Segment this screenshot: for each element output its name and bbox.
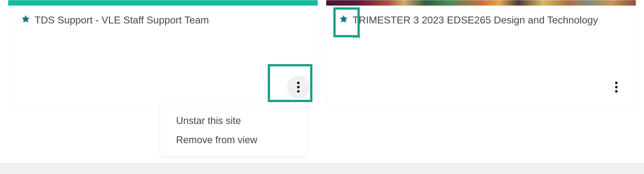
course-card[interactable]: TRIMESTER 3 2023 EDSE265 Design and Tech… bbox=[326, 0, 636, 105]
svg-point-1 bbox=[297, 86, 300, 88]
more-button[interactable] bbox=[605, 76, 628, 98]
star-icon[interactable] bbox=[21, 14, 30, 24]
svg-point-0 bbox=[297, 82, 300, 84]
card-banner bbox=[326, 0, 636, 6]
card-title: TDS Support - VLE Staff Support Team bbox=[34, 13, 209, 27]
card-title-row: TRIMESTER 3 2023 EDSE265 Design and Tech… bbox=[326, 6, 636, 42]
svg-point-3 bbox=[615, 82, 618, 84]
star-icon[interactable] bbox=[339, 14, 348, 24]
menu-item-remove[interactable]: Remove from view bbox=[160, 130, 307, 149]
card-title: TRIMESTER 3 2023 EDSE265 Design and Tech… bbox=[352, 13, 602, 42]
card-title-row: TDS Support - VLE Staff Support Team bbox=[8, 6, 318, 27]
course-card[interactable]: TDS Support - VLE Staff Support Team bbox=[8, 0, 318, 105]
menu-item-unstar[interactable]: Unstar this site bbox=[160, 111, 307, 130]
more-button[interactable] bbox=[287, 76, 310, 98]
page-bottom-strip bbox=[0, 163, 644, 174]
card-banner bbox=[8, 0, 318, 6]
svg-point-5 bbox=[615, 90, 618, 93]
cards-row: TDS Support - VLE Staff Support Team TRI… bbox=[0, 0, 644, 105]
card-dropdown-menu: Unstar this site Remove from view bbox=[160, 104, 308, 156]
svg-point-4 bbox=[615, 86, 618, 88]
svg-point-2 bbox=[297, 90, 300, 93]
